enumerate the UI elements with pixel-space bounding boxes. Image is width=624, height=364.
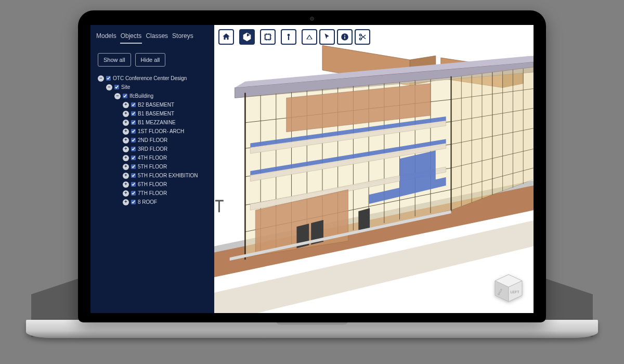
hide-all-button[interactable]: Hide all — [135, 53, 166, 67]
expand-icon[interactable]: + — [123, 199, 129, 205]
section-button[interactable] — [260, 29, 276, 45]
home-icon — [222, 32, 231, 42]
tree-label: 8 ROOF — [138, 198, 157, 206]
tree-label: 5TH FLOOR EXHIBITION — [138, 172, 198, 179]
select-icon — [322, 32, 332, 42]
tree-label: 3RD FLOOR — [138, 145, 167, 153]
tab-storeys[interactable]: Storeys — [172, 31, 194, 44]
tree-checkbox[interactable] — [131, 102, 136, 107]
tree-storey[interactable]: +4TH FLOOR — [98, 153, 214, 162]
tree-label: 7TH FLOOR — [138, 189, 167, 197]
tree-checkbox[interactable] — [106, 76, 111, 81]
tree-storey[interactable]: +8 ROOF — [98, 198, 214, 206]
expand-icon[interactable]: + — [123, 181, 129, 188]
camera-icon — [310, 17, 314, 21]
tree-label: 5TH FLOOR — [138, 163, 167, 171]
expand-icon[interactable]: + — [123, 128, 129, 135]
collapse-icon[interactable]: − — [98, 75, 104, 82]
tree-checkbox[interactable] — [131, 173, 136, 178]
expand-icon[interactable]: + — [123, 111, 129, 117]
tree-checkbox[interactable] — [131, 182, 136, 187]
viewcube-face-label: LEFT — [510, 290, 519, 294]
expand-icon[interactable]: + — [123, 146, 129, 152]
hide-button[interactable] — [302, 29, 317, 45]
select-button[interactable] — [319, 29, 335, 45]
expand-icon[interactable]: + — [123, 164, 129, 170]
tree-label: B1 MEZZANINE — [138, 119, 176, 126]
tree-storey[interactable]: +7TH FLOOR — [98, 189, 214, 198]
expand-icon[interactable]: + — [123, 102, 129, 108]
sidebar-tabs: Models Objects Classes Storeys — [90, 31, 214, 48]
show-all-button[interactable]: Show all — [98, 53, 131, 67]
expand-icon[interactable]: + — [123, 190, 129, 197]
view-cube-button[interactable] — [239, 29, 255, 45]
tree-label: 2ND FLOOR — [138, 136, 167, 144]
tree-label: B2 BASEMENT — [138, 101, 174, 109]
tree-checkbox[interactable] — [131, 147, 136, 151]
info-icon — [340, 32, 349, 42]
tree-storey[interactable]: +B1 BASEMENT — [98, 109, 214, 118]
tree-checkbox[interactable] — [131, 155, 136, 160]
tree-root[interactable]: − OTC Conference Center Design — [98, 74, 214, 83]
collapse-icon[interactable]: − — [106, 84, 112, 90]
tree-checkbox[interactable] — [131, 129, 136, 134]
tree-checkbox[interactable] — [131, 200, 136, 204]
building-render — [214, 25, 534, 313]
tree-storey[interactable]: +6TH FLOOR — [98, 180, 214, 189]
tree-checkbox[interactable] — [131, 120, 136, 125]
tree-building[interactable]: − IfcBuilding — [98, 92, 214, 100]
model-viewport[interactable]: LEFT BACK — [214, 25, 534, 313]
tree-checkbox[interactable] — [131, 138, 136, 142]
tree-label: Site — [121, 83, 130, 91]
tree-label: 6TH FLOOR — [138, 180, 167, 188]
svg-rect-3 — [288, 36, 289, 41]
tree-checkbox[interactable] — [123, 94, 127, 98]
tab-models[interactable]: Models — [96, 31, 117, 44]
expand-icon[interactable]: + — [123, 173, 129, 179]
info-button[interactable] — [337, 29, 353, 45]
tab-objects[interactable]: Objects — [120, 31, 142, 44]
tree-storey[interactable]: +B2 BASEMENT — [98, 100, 214, 109]
tree-storey[interactable]: +2ND FLOOR — [98, 136, 214, 145]
section-icon — [263, 32, 272, 42]
tree-checkbox[interactable] — [131, 164, 136, 169]
object-tree: − OTC Conference Center Design − Site − … — [90, 74, 214, 206]
tree-storey[interactable]: +B1 MEZZANINE — [98, 118, 214, 127]
tree-label: 4TH FLOOR — [138, 154, 167, 162]
tree-label: IfcBuilding — [129, 92, 153, 100]
tree-storey[interactable]: +5TH FLOOR EXHIBITION — [98, 171, 214, 180]
hide-icon — [305, 32, 314, 42]
laptop-frame: Models Objects Classes Storeys Show all … — [78, 10, 546, 322]
viewport-toolbar — [218, 29, 370, 45]
tree-storey[interactable]: +1ST FLOOR- ARCH — [98, 127, 214, 136]
expand-icon[interactable]: + — [123, 155, 129, 161]
cube-icon — [242, 32, 252, 42]
expand-icon[interactable]: + — [123, 120, 129, 126]
collapse-icon[interactable]: − — [114, 93, 121, 99]
visibility-buttons: Show all Hide all — [90, 48, 214, 74]
svg-rect-12 — [218, 201, 220, 212]
app-screen: Models Objects Classes Storeys Show all … — [90, 25, 534, 313]
tab-classes[interactable]: Classes — [145, 31, 168, 44]
tree-label: B1 BASEMENT — [138, 110, 174, 118]
tree-storey[interactable]: +3RD FLOOR — [98, 145, 214, 153]
measure-icon — [284, 32, 293, 42]
tree-site[interactable]: − Site — [98, 83, 214, 92]
svg-point-2 — [288, 34, 290, 36]
tree-label: 1ST FLOOR- ARCH — [138, 127, 184, 135]
tree-checkbox[interactable] — [131, 111, 136, 116]
home-button[interactable] — [218, 29, 234, 45]
view-cube[interactable]: LEFT BACK — [493, 272, 524, 304]
svg-rect-13 — [215, 200, 224, 201]
svg-rect-5 — [344, 36, 345, 39]
tree-checkbox[interactable] — [114, 85, 119, 89]
measure-button[interactable] — [281, 29, 296, 45]
sidebar: Models Objects Classes Storeys Show all … — [90, 25, 214, 313]
expand-icon[interactable]: + — [123, 137, 129, 144]
svg-point-6 — [344, 35, 345, 36]
laptop-base — [26, 320, 598, 338]
scissors-button[interactable] — [355, 29, 370, 45]
tree-checkbox[interactable] — [131, 191, 136, 196]
tree-storey[interactable]: +5TH FLOOR — [98, 162, 214, 171]
tree-label: OTC Conference Center Design — [113, 74, 187, 82]
